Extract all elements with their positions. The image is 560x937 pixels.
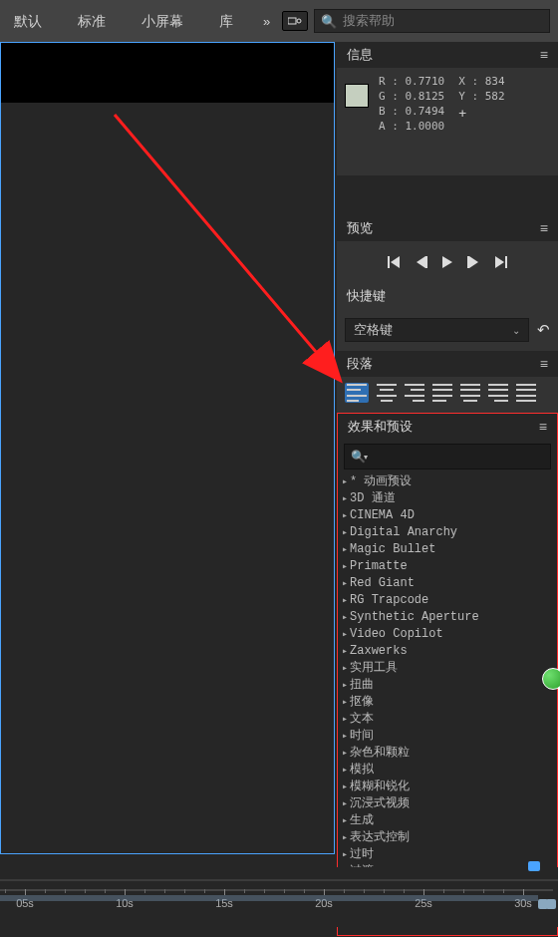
panel-menu-icon[interactable]: ≡: [540, 356, 548, 372]
composition-viewer[interactable]: [0, 42, 337, 857]
effects-category[interactable]: ▸生成: [342, 812, 553, 829]
search-help-input[interactable]: 🔍 搜索帮助: [314, 9, 550, 33]
info-y: Y : 582: [458, 89, 504, 104]
effects-category[interactable]: ▸时间: [342, 728, 553, 745]
playhead-marker[interactable]: [528, 861, 540, 871]
ruler-baseline: [0, 889, 553, 891]
reset-icon[interactable]: ↶: [537, 321, 550, 339]
sync-settings-icon[interactable]: [282, 11, 308, 31]
svg-marker-9: [495, 256, 504, 268]
effects-category[interactable]: ▸过时: [342, 846, 553, 863]
panel-shortcut-body: 空格键 ⌄ ↶: [337, 309, 558, 351]
effects-category[interactable]: ▸杂色和颗粒: [342, 745, 553, 762]
play-button[interactable]: [441, 256, 453, 268]
effects-category-label: 扭曲: [350, 678, 374, 692]
helper-bubble-icon[interactable]: [542, 668, 560, 690]
panel-paragraph-header[interactable]: 段落 ≡: [337, 351, 558, 377]
panel-menu-icon[interactable]: ≡: [539, 419, 547, 435]
effects-category[interactable]: ▸抠像: [342, 694, 553, 711]
effects-category[interactable]: ▸沉浸式视频: [342, 795, 553, 812]
panel-shortcut-header[interactable]: 快捷键: [337, 283, 558, 309]
align-right-button[interactable]: [405, 383, 424, 403]
justify-all-button[interactable]: [516, 383, 536, 403]
effects-category[interactable]: ▸文本: [342, 711, 553, 728]
effects-category-label: Zaxwerks: [350, 644, 408, 658]
effects-category-label: 模糊和锐化: [350, 780, 410, 793]
work-area-bar[interactable]: [0, 895, 538, 901]
effects-category[interactable]: ▸* 动画预设: [342, 473, 553, 490]
out-marker-2[interactable]: [546, 899, 556, 909]
effects-search-input[interactable]: 🔍▾: [344, 444, 551, 469]
info-r: R : 0.7710: [379, 74, 444, 89]
workspace-overflow-icon[interactable]: »: [257, 14, 276, 29]
effects-category[interactable]: ▸Digital Anarchy: [342, 524, 553, 541]
panel-paragraph-title: 段落: [347, 355, 373, 373]
disclosure-arrow-icon: ▸: [342, 510, 348, 521]
shortcut-dropdown[interactable]: 空格键 ⌄: [345, 318, 529, 342]
align-left-button[interactable]: [345, 383, 369, 403]
ruler-minor-tick: [264, 889, 265, 893]
disclosure-arrow-icon: ▸: [342, 646, 348, 657]
justify-left-button[interactable]: [432, 383, 452, 403]
effects-category[interactable]: ▸实用工具: [342, 660, 553, 677]
effects-category[interactable]: ▸3D 通道: [342, 490, 553, 507]
disclosure-arrow-icon: ▸: [342, 815, 348, 826]
xy-readout: X : 834 Y : 582 +: [458, 74, 504, 121]
effects-category[interactable]: ▸扭曲: [342, 677, 553, 694]
info-b: B : 0.7494: [379, 104, 444, 119]
panel-effects-header[interactable]: 效果和预设 ≡: [338, 414, 557, 440]
justify-center-button[interactable]: [460, 383, 480, 403]
timeline-separator: [0, 879, 558, 881]
workspace-tab-library[interactable]: 库: [213, 7, 239, 35]
effects-category[interactable]: ▸CINEMA 4D: [342, 507, 553, 524]
ruler-minor-tick: [364, 889, 365, 893]
effects-category[interactable]: ▸Zaxwerks: [342, 643, 553, 660]
effects-category[interactable]: ▸模拟: [342, 762, 553, 779]
timeline[interactable]: 05s10s15s20s25s30s: [0, 867, 558, 927]
crosshair-icon: +: [458, 106, 504, 121]
effects-category[interactable]: ▸Video Copilot: [342, 626, 553, 643]
effects-category-label: Digital Anarchy: [350, 525, 457, 539]
disclosure-arrow-icon: ▸: [342, 629, 348, 640]
ruler-minor-tick: [105, 889, 106, 893]
svg-marker-3: [391, 256, 400, 268]
effects-category-label: 文本: [350, 712, 374, 726]
prev-frame-button[interactable]: [416, 256, 427, 268]
effects-category-label: Magic Bullet: [350, 542, 435, 556]
ruler-minor-tick: [304, 889, 305, 893]
svg-marker-8: [469, 256, 478, 268]
panel-paragraph-body: [337, 377, 558, 413]
panel-preview-header[interactable]: 预览 ≡: [337, 215, 558, 241]
search-placeholder: 搜索帮助: [343, 12, 395, 30]
ruler-minor-tick: [184, 889, 185, 893]
workspace-tab-small[interactable]: 小屏幕: [136, 7, 189, 35]
effects-category[interactable]: ▸Primatte: [342, 558, 553, 575]
ruler-minor-tick: [384, 889, 385, 893]
disclosure-arrow-icon: ▸: [342, 544, 348, 555]
effects-category[interactable]: ▸RG Trapcode: [342, 592, 553, 609]
ruler-minor-tick: [284, 889, 285, 893]
next-frame-button[interactable]: [467, 256, 479, 268]
workspace-tab-default[interactable]: 默认: [8, 7, 48, 35]
align-center-button[interactable]: [377, 383, 397, 403]
panel-menu-icon[interactable]: ≡: [540, 220, 548, 236]
composition-canvas: [1, 43, 334, 103]
effects-category-label: 3D 通道: [350, 491, 396, 505]
effects-category-label: 沉浸式视频: [350, 796, 410, 810]
effects-category[interactable]: ▸Synthetic Aperture: [342, 609, 553, 626]
panel-preview-body: [337, 241, 558, 283]
first-frame-button[interactable]: [388, 256, 402, 268]
panel-info-header[interactable]: 信息 ≡: [337, 42, 558, 68]
right-panel-column: 信息 ≡ R : 0.7710 G : 0.8125 B : 0.7494 A …: [337, 42, 558, 857]
ruler-minor-tick: [164, 889, 165, 893]
effects-category[interactable]: ▸Red Giant: [342, 575, 553, 592]
last-frame-button[interactable]: [493, 256, 507, 268]
effects-category[interactable]: ▸表达式控制: [342, 829, 553, 846]
justify-right-button[interactable]: [488, 383, 508, 403]
panel-menu-icon[interactable]: ≡: [540, 47, 548, 63]
ruler-minor-tick: [45, 889, 46, 893]
effects-category[interactable]: ▸Magic Bullet: [342, 541, 553, 558]
effects-category[interactable]: ▸模糊和锐化: [342, 779, 553, 795]
effects-category-label: 过时: [350, 847, 374, 861]
workspace-tab-standard[interactable]: 标准: [72, 7, 112, 35]
